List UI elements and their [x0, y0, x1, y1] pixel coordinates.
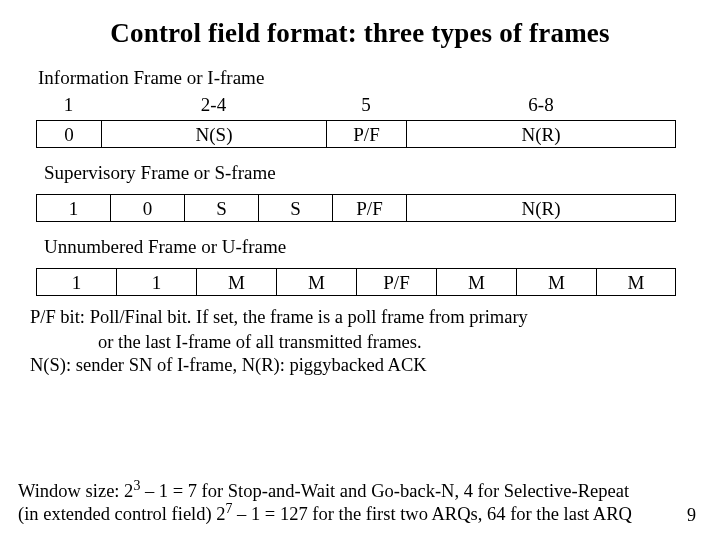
pf-note-line2: or the last I-frame of all transmitted f…	[30, 331, 690, 354]
cell: 0	[110, 194, 184, 222]
ws-line2b: – 1 = 127 for the first two ARQs, 64 for…	[232, 504, 631, 524]
cell: 1	[36, 268, 116, 296]
ws-line2a: (in extended control field) 2	[18, 504, 226, 524]
bit-col: 6-8	[406, 91, 676, 119]
bit-col: 5	[326, 91, 406, 119]
window-size-note: Window size: 23 – 1 = 7 for Stop-and-Wai…	[18, 480, 700, 526]
cell: N(R)	[406, 120, 676, 148]
sframe-label: Supervisory Frame or S-frame	[44, 162, 690, 184]
iframe-label: Information Frame or I-frame	[38, 67, 690, 89]
ws-exp1: 3	[133, 478, 140, 493]
cell: M	[516, 268, 596, 296]
cell: N(R)	[406, 194, 676, 222]
notes-block: P/F bit: Poll/Final bit. If set, the fra…	[30, 306, 690, 377]
ws-mid1: – 1 = 7 for Stop-and-Wait and Go-back-N,…	[140, 481, 629, 501]
cell: P/F	[326, 120, 406, 148]
cell: M	[196, 268, 276, 296]
slide: Control field format: three types of fra…	[0, 0, 720, 540]
cell: M	[436, 268, 516, 296]
ws-prefix: Window size: 2	[18, 481, 133, 501]
page-number: 9	[687, 504, 696, 527]
cell: P/F	[332, 194, 406, 222]
uframe-label: Unnumbered Frame or U-frame	[44, 236, 690, 258]
cell: M	[596, 268, 676, 296]
cell: 0	[36, 120, 101, 148]
bit-col: 2-4	[101, 91, 326, 119]
cell: P/F	[356, 268, 436, 296]
nsnr-note: N(S): sender SN of I-frame, N(R): piggyb…	[30, 354, 690, 377]
ws-exp2: 7	[226, 501, 233, 516]
iframe-bit-header: 1 2-4 5 6-8	[36, 91, 676, 119]
uframe-row: 1 1 M M P/F M M M	[36, 268, 676, 296]
cell: S	[258, 194, 332, 222]
iframe-row: 0 N(S) P/F N(R)	[36, 120, 676, 148]
cell: N(S)	[101, 120, 326, 148]
pf-note-line1: P/F bit: Poll/Final bit. If set, the fra…	[30, 306, 690, 329]
page-title: Control field format: three types of fra…	[30, 18, 690, 49]
cell: S	[184, 194, 258, 222]
cell: M	[276, 268, 356, 296]
bit-col: 1	[36, 91, 101, 119]
cell: 1	[116, 268, 196, 296]
cell: 1	[36, 194, 110, 222]
sframe-row: 1 0 S S P/F N(R)	[36, 194, 676, 222]
